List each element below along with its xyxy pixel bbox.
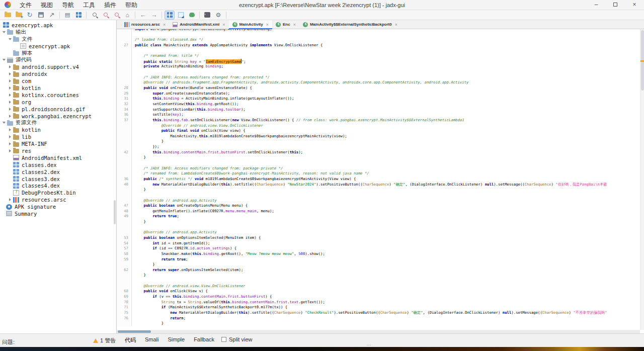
tree-scrollbar[interactable] [114, 200, 116, 224]
tree-item[interactable]: kotlin [0, 126, 116, 133]
menu-item[interactable]: 帮助 [121, 0, 142, 10]
tree-item[interactable]: androidx [0, 70, 116, 77]
class-search-icon[interactable] [100, 11, 110, 20]
chevron-right-icon[interactable] [7, 108, 13, 111]
chevron-right-icon[interactable] [7, 72, 13, 75]
chevron-right-icon[interactable] [7, 149, 13, 152]
tree-item[interactable]: res [0, 147, 116, 154]
tree-item[interactable]: resources.arsc [0, 196, 116, 203]
editor-tab[interactable]: resources.arsc× [121, 20, 169, 29]
menu-item[interactable]: 视图 [36, 0, 57, 10]
chevron-right-icon[interactable] [7, 86, 13, 90]
tree-item[interactable]: Summary [0, 210, 116, 217]
editor-horizontal-scrollbar[interactable] [117, 330, 640, 333]
view-tab-Fallback[interactable]: Fallback [194, 336, 214, 344]
tree-item[interactable]: APK signature [0, 203, 116, 210]
tree-item[interactable]: kotlinx.coroutines [0, 92, 116, 99]
tree-item[interactable]: org [0, 99, 116, 106]
chevron-down-icon[interactable] [7, 38, 13, 40]
chevron-right-icon[interactable] [7, 135, 13, 138]
flatten-icon[interactable]: ▤ [62, 11, 72, 20]
tree-item[interactable]: 源代码 [0, 56, 116, 63]
close-icon[interactable]: × [266, 22, 269, 27]
editor-tab[interactable]: Enc× [272, 20, 299, 29]
tree-item[interactable]: DebugProbesKt.bin [0, 189, 116, 196]
tree-item[interactable]: 文件 [0, 36, 116, 43]
code-editor[interactable]: import work.pangbai.ezencrypt.databindin… [117, 29, 644, 333]
split-view-checkbox[interactable] [221, 337, 226, 342]
toolbar: +↻↗▤⌂←→⚙ [0, 10, 644, 20]
console-icon[interactable] [202, 11, 212, 20]
forward-icon[interactable]: → [149, 11, 159, 20]
editor-tab[interactable]: MainActivity× [229, 20, 272, 29]
editor-tab[interactable]: AndroidManifest.xml× [169, 20, 228, 29]
chevron-down-icon[interactable] [1, 31, 7, 33]
tree-item[interactable]: META-INF [0, 140, 116, 147]
editor-tab[interactable]: MainActivity$$ExternalSyntheticBackport0… [299, 20, 401, 29]
scrollbar-thumb[interactable] [118, 330, 151, 333]
menu-item[interactable]: 工具 [78, 0, 100, 10]
reload-icon[interactable]: ↻ [25, 11, 35, 20]
view-tab-代码[interactable]: 代码 [125, 336, 136, 344]
back-icon[interactable]: ← [138, 11, 148, 20]
line-number: 59 [117, 257, 132, 262]
add-files-icon[interactable]: + [14, 11, 24, 20]
tree-item[interactable]: 脚本 [0, 50, 116, 57]
minimize-button[interactable]: – [587, 0, 606, 10]
view-tab-Simple[interactable]: Simple [168, 336, 185, 344]
tree-item[interactable]: android.support.v4 [0, 63, 116, 70]
menu-item[interactable]: 导航 [57, 0, 78, 10]
home-icon[interactable]: ⌂ [122, 11, 132, 20]
open-folder-icon[interactable] [3, 11, 13, 20]
menu-item[interactable]: 插件 [100, 0, 121, 10]
editor-sync-icon[interactable] [165, 11, 175, 20]
tree-item[interactable]: ezencrypt.apk [0, 22, 116, 29]
close-button[interactable]: × [625, 0, 644, 10]
tree-item[interactable]: classes2.dex [0, 168, 116, 176]
tree-item[interactable]: kotlin [0, 84, 116, 92]
tree-item[interactable]: pl.droidsonroids.gif [0, 106, 116, 113]
close-icon[interactable]: × [163, 22, 166, 27]
close-icon[interactable]: × [293, 22, 296, 27]
preferences-icon[interactable]: ⚙ [213, 11, 223, 20]
menu-item[interactable]: 文件 [15, 0, 36, 10]
tree-item[interactable]: lib [0, 133, 116, 140]
close-icon[interactable]: × [222, 22, 225, 27]
tree-item[interactable]: classes3.dex [0, 176, 116, 183]
warnings-indicator[interactable]: 1 警告 [93, 337, 116, 344]
tree-item[interactable]: 输出 [0, 29, 116, 36]
save-icon[interactable] [36, 11, 46, 20]
chevron-down-icon[interactable] [1, 59, 7, 61]
sync-tree-icon[interactable] [73, 11, 84, 20]
chevron-right-icon[interactable] [7, 115, 13, 118]
project-tree[interactable]: ezencrypt.apk输出文件ezencrypt.apk脚本源代码andro… [0, 20, 117, 333]
tree-item[interactable]: work.pangbai.ezencrypt [0, 113, 116, 120]
chevron-right-icon[interactable] [7, 198, 13, 201]
view-tab-Smali[interactable]: Smali [145, 336, 159, 344]
tree-item[interactable]: AndroidManifest.xml [0, 154, 116, 161]
select-edit-icon[interactable] [176, 11, 186, 20]
tree-item[interactable]: ezencrypt.apk [0, 43, 116, 50]
export-icon[interactable]: ↗ [47, 11, 57, 20]
tree-item[interactable]: com [0, 77, 116, 84]
editor-vertical-scrollbar[interactable] [640, 29, 644, 330]
chevron-right-icon[interactable] [7, 142, 13, 145]
status-bar: 问题: 1 警告 代码SmaliSimpleFallback Split vie… [0, 333, 644, 347]
chevron-down-icon[interactable] [1, 122, 7, 124]
tree-item[interactable]: classes.dex [0, 161, 116, 168]
chevron-right-icon[interactable] [7, 101, 13, 104]
chevron-right-icon[interactable] [7, 94, 13, 97]
search-icon[interactable] [89, 11, 99, 20]
tree-item[interactable]: 资源文件 [0, 119, 116, 126]
close-icon[interactable]: × [395, 22, 397, 27]
chevron-right-icon[interactable] [7, 65, 13, 68]
search-match-marker[interactable] [640, 60, 644, 62]
split-view-toggle[interactable]: Split view [221, 336, 252, 342]
chevron-right-icon[interactable] [7, 79, 13, 82]
maximize-button[interactable] [606, 0, 625, 10]
chevron-right-icon[interactable] [7, 128, 13, 131]
maximize-icon [613, 3, 617, 7]
tree-item[interactable]: classes4.dex [0, 182, 116, 189]
debug-android-icon[interactable] [187, 11, 197, 20]
code-search-icon[interactable] [111, 11, 121, 20]
